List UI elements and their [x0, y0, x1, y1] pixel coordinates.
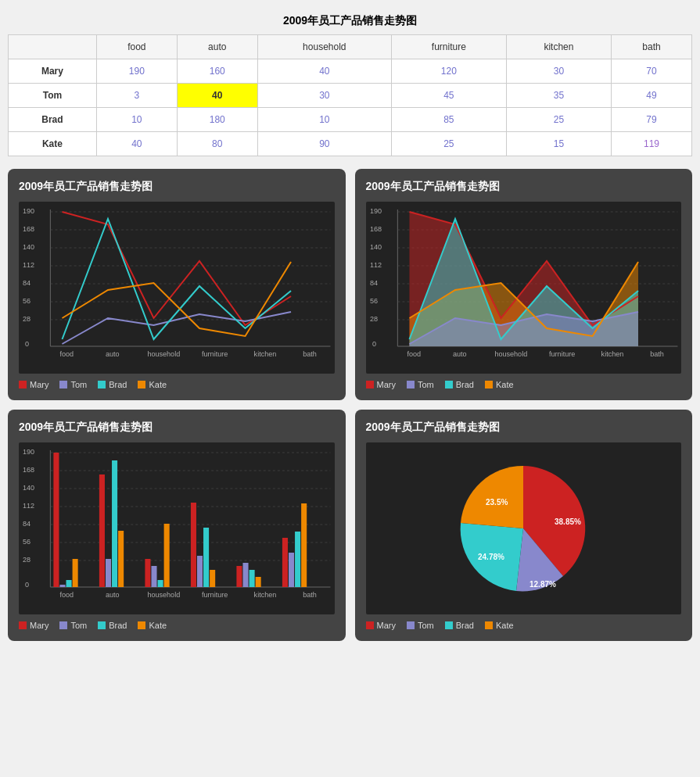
- svg-rect-88: [210, 570, 215, 587]
- svg-text:bath: bath: [303, 591, 317, 599]
- row-name: Brad: [9, 108, 97, 132]
- cell: 25: [506, 108, 611, 132]
- legend-brad-2: Brad: [445, 380, 474, 389]
- svg-text:28: 28: [23, 556, 31, 564]
- svg-text:28: 28: [370, 315, 378, 323]
- svg-text:household: household: [147, 591, 180, 599]
- legend-tom-2: Tom: [407, 380, 434, 389]
- col-header-auto: auto: [177, 35, 257, 59]
- svg-text:food: food: [407, 350, 421, 358]
- svg-text:auto: auto: [106, 591, 120, 599]
- legend-label-tom-4: Tom: [418, 621, 434, 630]
- bar-chart: 190 168 140 112 84 56 28 0 food auto ho: [19, 442, 335, 614]
- svg-text:38.85%: 38.85%: [555, 517, 581, 526]
- svg-rect-95: [295, 532, 300, 587]
- svg-rect-78: [106, 559, 111, 587]
- svg-rect-82: [151, 566, 156, 587]
- svg-text:112: 112: [23, 502, 34, 510]
- svg-rect-83: [158, 580, 163, 587]
- row-name: Tom: [9, 84, 97, 108]
- col-header-food: food: [96, 35, 177, 59]
- table-row: Kate 40 80 90 25 15 119: [9, 132, 692, 156]
- svg-text:kitchen: kitchen: [254, 591, 277, 599]
- legend-kate-2: Kate: [485, 380, 514, 389]
- cell: 80: [177, 132, 257, 156]
- row-name: Kate: [9, 132, 97, 156]
- chart-card-2: 2009年员工产品销售走势图 190 168 140 112 84 56 28 …: [355, 169, 693, 400]
- svg-text:24.78%: 24.78%: [478, 553, 504, 561]
- svg-rect-92: [256, 577, 261, 587]
- svg-text:bath: bath: [650, 350, 664, 358]
- table-row: Brad 10 180 10 85 25 79: [9, 108, 692, 132]
- chart-legend-2: Mary Tom Brad Kate: [366, 380, 682, 389]
- svg-text:190: 190: [23, 207, 34, 215]
- cell[interactable]: 40: [177, 84, 257, 108]
- charts-grid: 2009年员工产品销售走势图 190 168 140 112 84 56 28 …: [8, 169, 692, 641]
- svg-rect-94: [289, 553, 294, 587]
- col-header-empty: [9, 35, 97, 59]
- svg-text:84: 84: [23, 520, 31, 528]
- chart-card-1: 2009年员工产品销售走势图 190 168 140 112 84 56 28 …: [8, 169, 346, 400]
- svg-text:auto: auto: [106, 350, 120, 358]
- svg-text:56: 56: [23, 538, 31, 546]
- cell: 15: [506, 132, 611, 156]
- legend-tom-3: Tom: [59, 621, 87, 630]
- cell: 25: [391, 132, 506, 156]
- chart-title-1: 2009年员工产品销售走势图: [19, 180, 335, 194]
- svg-text:112: 112: [370, 261, 382, 269]
- svg-text:auto: auto: [452, 350, 466, 358]
- chart-card-4: 2009年员工产品销售走势图: [355, 410, 693, 641]
- cell: 85: [391, 108, 506, 132]
- cell: 90: [257, 132, 391, 156]
- legend-label-kate: Kate: [149, 380, 167, 389]
- svg-text:food: food: [59, 591, 74, 599]
- svg-text:28: 28: [23, 315, 31, 323]
- cell: 190: [96, 59, 177, 84]
- svg-rect-93: [282, 538, 288, 587]
- legend-brad-3: Brad: [98, 621, 127, 630]
- data-table: food auto household furniture kitchen ba…: [8, 34, 692, 156]
- legend-label-brad: Brad: [109, 380, 127, 389]
- legend-brad: Brad: [98, 380, 127, 389]
- svg-text:84: 84: [23, 279, 31, 287]
- cell: 160: [177, 59, 257, 84]
- col-header-household: household: [257, 35, 391, 59]
- legend-label-mary: Mary: [30, 380, 48, 389]
- chart-title-2: 2009年员工产品销售走势图: [366, 180, 682, 194]
- svg-text:12.87%: 12.87%: [529, 580, 556, 589]
- svg-text:0: 0: [25, 340, 29, 348]
- cell: 30: [506, 59, 611, 84]
- cell: 40: [257, 59, 391, 84]
- svg-rect-75: [66, 580, 72, 587]
- page-title: 2009年员工产品销售走势图: [8, 14, 692, 28]
- cell: 70: [612, 59, 692, 84]
- svg-text:bath: bath: [303, 350, 317, 358]
- pie-chart: 38.85% 12.87% 24.78% 23.5%: [366, 442, 682, 614]
- legend-label-brad-4: Brad: [456, 621, 474, 630]
- svg-text:kitchen: kitchen: [601, 350, 623, 358]
- svg-rect-89: [236, 566, 242, 587]
- legend-label-kate-4: Kate: [496, 621, 514, 630]
- legend-brad-4: Brad: [445, 621, 474, 630]
- svg-text:84: 84: [370, 279, 378, 287]
- svg-text:kitchen: kitchen: [254, 350, 277, 358]
- svg-text:56: 56: [23, 297, 31, 305]
- cell: 40: [96, 132, 177, 156]
- legend-kate-3: Kate: [138, 621, 167, 630]
- table-row: Mary 190 160 40 120 30 70: [9, 59, 692, 84]
- line-chart-1: 190 168 140 112 84 56 28 0 food auto ho: [19, 202, 335, 374]
- svg-rect-80: [118, 531, 124, 587]
- svg-rect-79: [112, 460, 117, 587]
- legend-mary-4: Mary: [366, 621, 396, 630]
- svg-text:140: 140: [23, 243, 34, 251]
- svg-text:168: 168: [23, 466, 34, 474]
- cell: 180: [177, 108, 257, 132]
- legend-label-kate-2: Kate: [496, 380, 514, 389]
- svg-rect-86: [197, 556, 203, 587]
- svg-rect-90: [242, 563, 248, 587]
- col-header-kitchen: kitchen: [506, 35, 611, 59]
- cell: 49: [612, 84, 692, 108]
- cell: 10: [257, 108, 391, 132]
- svg-rect-91: [249, 570, 255, 587]
- legend-label-kate-3: Kate: [149, 621, 167, 630]
